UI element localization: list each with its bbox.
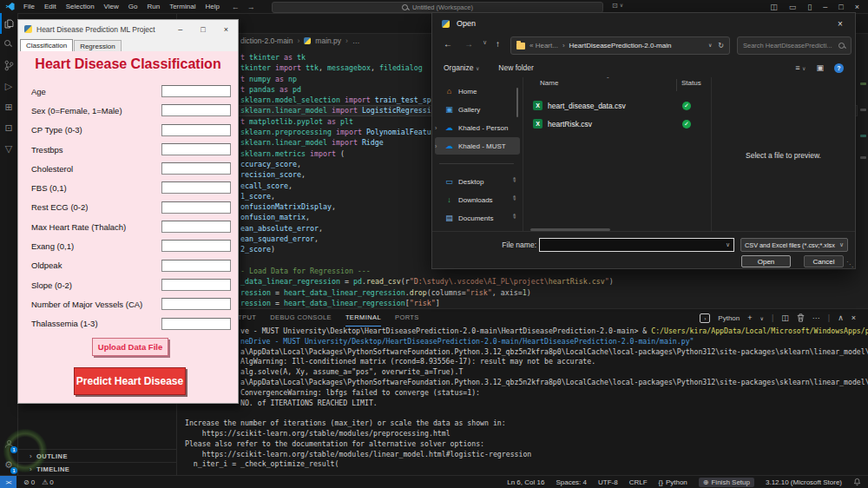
organize-button[interactable]: Organize ∨ xyxy=(444,63,479,72)
menu-help[interactable]: Help xyxy=(205,3,219,10)
input-slope-0-2[interactable] xyxy=(161,279,231,291)
status-3-12-10-microsoft-store[interactable]: 3.12.10 (Microsoft Store) xyxy=(766,478,842,486)
problems-summary[interactable]: ⊘0 ⚠0 xyxy=(16,478,54,486)
testing-icon[interactable]: ▽ xyxy=(0,138,17,159)
input-trestbps[interactable] xyxy=(161,143,231,155)
file-type-select[interactable]: CSV and Excel files (*.csv;*.xlsx ∨ xyxy=(740,238,848,252)
panel-tab-ports[interactable]: PORTS xyxy=(395,309,419,326)
app-close-button[interactable]: × xyxy=(224,25,228,34)
status-utf-8[interactable]: UTF-8 xyxy=(598,478,618,486)
address-prefix[interactable]: « Heart... xyxy=(529,42,558,49)
nav-up-icon[interactable]: ↑ xyxy=(496,39,500,49)
minimize-button[interactable]: – xyxy=(823,3,827,11)
status-spaces-4[interactable]: Spaces: 4 xyxy=(556,478,587,486)
menu-edit[interactable]: Edit xyxy=(44,3,56,10)
panel-tab-terminal[interactable]: TERMINAL xyxy=(345,309,381,326)
menu-view[interactable]: View xyxy=(104,3,119,10)
maximize-button[interactable]: □ xyxy=(838,3,843,11)
customize-layout-icon[interactable]: ⊡∨ xyxy=(612,2,623,10)
source-control-icon[interactable] xyxy=(0,55,17,76)
dialog-titlebar[interactable]: Open × xyxy=(432,13,855,34)
notifications-bell-icon[interactable] xyxy=(853,478,861,488)
search-icon[interactable] xyxy=(0,34,17,55)
address-current-folder[interactable]: HeartDiseasePrediction-2.0-main xyxy=(569,42,672,49)
split-terminal-icon[interactable]: ◫ xyxy=(781,313,789,322)
new-terminal-icon[interactable]: + xyxy=(747,313,752,322)
close-button[interactable]: × xyxy=(855,3,859,11)
app-minimize-button[interactable]: – xyxy=(178,25,182,34)
forward-arrow-icon[interactable]: → xyxy=(247,3,255,11)
nav-forward-icon[interactable]: → xyxy=(464,39,473,49)
input-sex-0-female-1-male[interactable] xyxy=(161,104,231,116)
menu-go[interactable]: Go xyxy=(128,3,138,10)
nav-history-chevron-icon[interactable]: ∨ xyxy=(483,39,487,46)
column-name[interactable]: Name xyxy=(540,79,558,87)
refresh-icon[interactable]: ↻ xyxy=(718,42,724,49)
status-crlf[interactable]: CRLF xyxy=(629,478,648,486)
more-actions-icon[interactable]: ··· xyxy=(812,313,820,322)
timeline-section[interactable]: › TIMELINE xyxy=(17,462,176,475)
resize-grip[interactable]: ⋱ xyxy=(846,260,853,268)
input-fbs-0-1[interactable] xyxy=(161,181,231,194)
toggle-panel-icon[interactable]: ▭ xyxy=(789,3,797,11)
status-finish-setup[interactable]: ⊕Finish Setup xyxy=(699,478,754,487)
terminal-output[interactable]: ve - MUST University\Desktop\HeartDiseas… xyxy=(176,326,868,470)
panel-tab-debug-console[interactable]: DEBUG CONSOLE xyxy=(270,309,332,326)
preview-pane-icon[interactable]: ▣ xyxy=(816,63,824,72)
address-dropdown-icon[interactable]: ∨ xyxy=(708,42,712,49)
address-bar[interactable]: « Heart... › HeartDiseasePrediction-2.0-… xyxy=(510,36,730,55)
input-cp-type-0-3[interactable] xyxy=(161,124,231,136)
accounts-icon[interactable]: 1 xyxy=(0,433,17,454)
toggle-sidebar-icon[interactable]: ◫ xyxy=(770,3,778,11)
app-titlebar[interactable]: Heart Disease Prediction ML Project – □ … xyxy=(18,20,238,38)
combo-dropdown-icon[interactable]: ∨ xyxy=(726,241,733,248)
new-folder-button[interactable]: New folder xyxy=(498,63,534,72)
status-python[interactable]: {}Python xyxy=(659,478,687,486)
run-and-debug-icon[interactable]: ▷ xyxy=(0,76,17,96)
breadcrumb-folder[interactable]: diction-2.0-main xyxy=(240,36,293,45)
breadcrumb-file[interactable]: main.py xyxy=(315,36,341,45)
terminal-dropdown-icon[interactable]: ∨ xyxy=(760,315,764,321)
view-mode-icon[interactable]: ≡ ∨ xyxy=(795,63,806,72)
sidebar-item-downloads[interactable]: ↓Downloads✎ xyxy=(435,191,520,208)
column-divider[interactable] xyxy=(676,79,677,91)
status-ln-6-col-16[interactable]: Ln 6, Col 16 xyxy=(507,478,544,486)
sort-ascending-icon[interactable]: ˆ xyxy=(607,76,609,83)
sidebar-item-desktop[interactable]: ▭Desktop✎ xyxy=(435,173,520,190)
dialog-close-button[interactable]: × xyxy=(825,13,855,34)
file-row-heartrisk-csv[interactable]: XheartRisk.csv✓ xyxy=(525,115,707,133)
input-rest-ecg-0-2[interactable] xyxy=(161,201,231,214)
extensions-icon[interactable]: ⊞ xyxy=(0,96,17,117)
nav-back-icon[interactable]: ← xyxy=(444,39,452,49)
outline-section[interactable]: › OUTLINE xyxy=(17,449,176,462)
input-exang-0-1[interactable] xyxy=(161,240,231,252)
upload-data-file-button[interactable]: Upload Data File xyxy=(92,338,168,356)
file-name-input[interactable]: ∨ xyxy=(539,238,734,252)
tab-classification[interactable]: Classification xyxy=(20,39,73,51)
input-max-heart-rate-thalach[interactable] xyxy=(161,221,231,233)
menu-selection[interactable]: Selection xyxy=(66,3,95,10)
input-number-of-major-vessels-ca[interactable] xyxy=(161,298,231,310)
sidebar-item-khaled-must[interactable]: ›☁Khaled - MUST xyxy=(435,137,520,155)
input-oldpeak[interactable] xyxy=(161,260,231,272)
dialog-search-box[interactable]: Search HeartDiseasePredicti... xyxy=(737,36,852,55)
menu-file[interactable]: File xyxy=(23,3,35,10)
help-icon[interactable]: ? xyxy=(834,63,844,73)
close-panel-icon[interactable]: × xyxy=(852,313,856,322)
input-thalassemia-1-3[interactable] xyxy=(161,318,231,330)
kill-terminal-icon[interactable] xyxy=(797,313,805,322)
sidebar-item-khaled-person[interactable]: ›☁Khaled - Person xyxy=(435,119,520,136)
input-cholesterol[interactable] xyxy=(161,162,231,175)
breadcrumb-more[interactable]: … xyxy=(352,36,360,45)
shell-label[interactable]: Python xyxy=(718,314,740,322)
cancel-button[interactable]: Cancel xyxy=(804,255,844,267)
remote-explorer-icon[interactable]: ⊡ xyxy=(0,117,17,138)
predict-heart-disease-button[interactable]: Predict Heart Disease xyxy=(74,367,186,395)
sidebar-item-home[interactable]: ⌂Home xyxy=(435,82,520,100)
app-maximize-button[interactable]: □ xyxy=(201,25,205,34)
sidebar-item-gallery[interactable]: ▣Gallery xyxy=(435,101,520,118)
remote-indicator[interactable]: >< xyxy=(0,476,16,488)
menu-terminal[interactable]: Terminal xyxy=(169,3,195,10)
column-status[interactable]: Status xyxy=(681,79,701,87)
menu-run[interactable]: Run xyxy=(147,3,160,10)
